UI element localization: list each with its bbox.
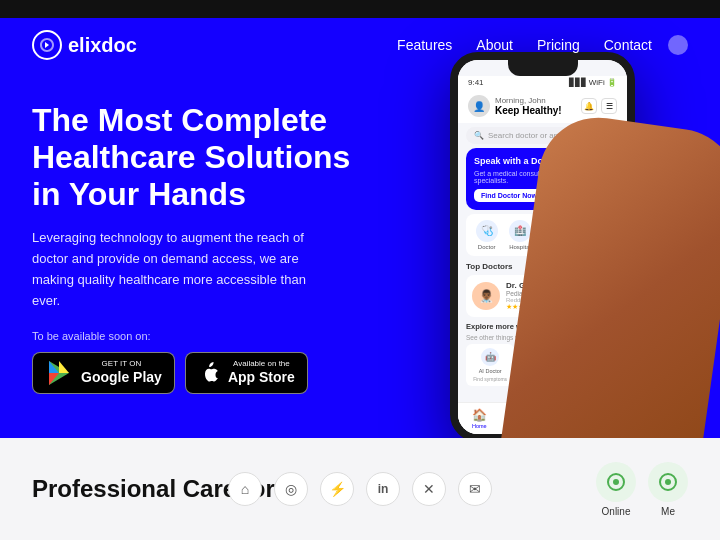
email-icon[interactable]: ✉ bbox=[458, 472, 492, 506]
google-play-label-large: Google Play bbox=[81, 369, 162, 386]
ai-doctor-label: AI Doctor bbox=[479, 368, 502, 374]
app-store-label-small: Available on the bbox=[228, 359, 295, 369]
notification-icon[interactable]: 🔔 bbox=[581, 98, 597, 114]
footer-section: Professional Care for ⌂ ◎ ⚡ in ✕ ✉ Onlin… bbox=[0, 438, 720, 540]
online-label: Online bbox=[602, 506, 631, 517]
nav-home[interactable]: 🏠 Home bbox=[472, 408, 487, 429]
navbar: elixdoc Features About Pricing Contact bbox=[0, 18, 720, 72]
hero-content: The Most Complete Healthcare Solutions i… bbox=[0, 72, 720, 394]
online-label-2: Me bbox=[661, 506, 675, 517]
hospital-cat-icon: 🏥 bbox=[509, 220, 531, 242]
ai-doctor-icon: 🤖 bbox=[481, 348, 499, 366]
find-doctor-button[interactable]: Find Doctor Now bbox=[474, 189, 544, 202]
phone-signal: ▊▊▊ WiFi 🔋 bbox=[569, 78, 617, 87]
doctor-cat-label: Doctor bbox=[478, 244, 496, 250]
nav-circle-decoration bbox=[668, 35, 688, 55]
user-avatar: 👤 bbox=[468, 95, 490, 117]
phone-mockup: 9:41 ▊▊▊ WiFi 🔋 👤 Morning, John Keep Hea… bbox=[440, 42, 700, 438]
home-nav-icon: 🏠 bbox=[472, 408, 487, 422]
phone-header-icons: 🔔 ☰ bbox=[581, 98, 617, 114]
svg-point-7 bbox=[665, 479, 671, 485]
top-doctors-title: Top Doctors bbox=[466, 262, 513, 271]
hero-section: elixdoc Features About Pricing Contact T… bbox=[0, 18, 720, 438]
nav-about[interactable]: About bbox=[476, 37, 513, 53]
doctor-cat-icon: 🩺 bbox=[476, 220, 498, 242]
svg-point-5 bbox=[613, 479, 619, 485]
search-icon: 🔍 bbox=[474, 131, 484, 140]
category-doctor[interactable]: 🩺 Doctor bbox=[476, 220, 498, 250]
app-store-label-large: App Store bbox=[228, 369, 295, 386]
google-play-icon bbox=[45, 359, 73, 387]
google-play-button[interactable]: GET IT ON Google Play bbox=[32, 352, 175, 394]
top-bar bbox=[0, 0, 720, 18]
nav-features[interactable]: Features bbox=[397, 37, 452, 53]
linkedin-icon[interactable]: in bbox=[366, 472, 400, 506]
online-icon bbox=[596, 462, 636, 502]
online-badge: Online bbox=[596, 462, 636, 517]
social-links: ⌂ ◎ ⚡ in ✕ ✉ bbox=[228, 472, 492, 506]
logo-text: elixdoc bbox=[68, 34, 137, 57]
logo-icon bbox=[32, 30, 62, 60]
doctor-avatar: 👨🏾‍⚕️ bbox=[472, 282, 500, 310]
logo[interactable]: elixdoc bbox=[32, 30, 137, 60]
svg-marker-3 bbox=[59, 361, 69, 373]
menu-icon[interactable]: ☰ bbox=[601, 98, 617, 114]
instagram-icon[interactable]: ◎ bbox=[274, 472, 308, 506]
footer-right: Online Me bbox=[596, 462, 688, 517]
phone-time: 9:41 bbox=[468, 78, 484, 87]
home-social-icon[interactable]: ⌂ bbox=[228, 472, 262, 506]
nav-pricing[interactable]: Pricing bbox=[537, 37, 580, 53]
bolt-icon[interactable]: ⚡ bbox=[320, 472, 354, 506]
online-icon-2 bbox=[648, 462, 688, 502]
x-icon[interactable]: ✕ bbox=[412, 472, 446, 506]
online-badge-2: Me bbox=[648, 462, 688, 517]
phone-user-name: Keep Healthy! bbox=[495, 105, 562, 116]
explore-ai-doctor[interactable]: 🤖 AI Doctor Find symptoms bbox=[466, 344, 514, 386]
nav-links: Features About Pricing Contact bbox=[397, 37, 652, 53]
phone-notch bbox=[508, 60, 578, 76]
home-nav-label: Home bbox=[472, 423, 487, 429]
hero-description: Leveraging technology to augment the rea… bbox=[32, 228, 322, 311]
apple-icon bbox=[198, 362, 220, 384]
phone-greeting: Morning, John bbox=[495, 96, 562, 105]
app-store-button[interactable]: Available on the App Store bbox=[185, 352, 308, 394]
nav-contact[interactable]: Contact bbox=[604, 37, 652, 53]
google-play-label-small: GET IT ON bbox=[81, 359, 162, 369]
phone-status-bar: 9:41 ▊▊▊ WiFi 🔋 bbox=[458, 76, 627, 89]
